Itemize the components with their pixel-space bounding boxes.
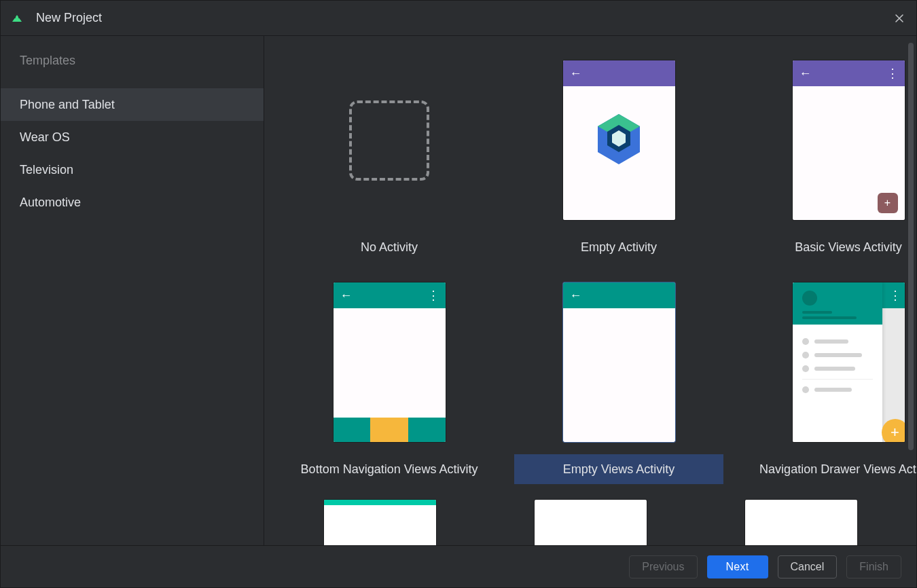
sidebar-item-label: Automotive	[20, 196, 81, 210]
next-button[interactable]: Next	[707, 555, 768, 578]
template-label: Bottom Navigation Views Activity	[301, 462, 478, 477]
svg-point-0	[14, 17, 16, 18]
close-icon	[894, 13, 905, 24]
template-empty-views-activity[interactable]: ← Empty Views Activity	[514, 272, 723, 494]
template-label: Empty Views Activity	[563, 462, 675, 477]
close-button[interactable]	[892, 11, 907, 26]
sidebar-item-television[interactable]: Television	[1, 153, 264, 186]
dialog-body: Templates Phone and Tablet Wear OS Telev…	[1, 36, 916, 545]
appbar: ←	[563, 282, 675, 308]
template-label: Empty Activity	[581, 240, 657, 255]
bottom-nav-bar	[334, 418, 446, 442]
template-empty-activity[interactable]: ← Empty Activity	[514, 50, 723, 272]
nav-drawer-thumb: ⋮	[793, 282, 905, 442]
sidebar-item-phone-and-tablet[interactable]: Phone and Tablet	[1, 88, 264, 121]
dialog-title: New Project	[36, 11, 102, 25]
appbar: ← ⋮	[334, 282, 446, 308]
template-label: No Activity	[361, 240, 418, 255]
template-thumb-partial[interactable]	[745, 500, 857, 545]
empty-activity-thumb: ←	[563, 60, 675, 220]
avatar-icon	[802, 291, 817, 306]
jetpack-compose-icon	[595, 113, 643, 168]
no-activity-thumb	[334, 60, 446, 220]
fab-icon: +	[882, 419, 905, 442]
template-bottom-navigation-views-activity[interactable]: ← ⋮ Bottom Navigation Views Activity	[285, 272, 494, 494]
drawer-panel	[793, 282, 882, 442]
titlebar: New Project	[1, 1, 916, 36]
template-no-activity[interactable]: No Activity	[285, 50, 494, 272]
overflow-menu-icon: ⋮	[427, 289, 439, 301]
sidebar-item-automotive[interactable]: Automotive	[1, 186, 264, 219]
template-label: Navigation Drawer Views Activity	[759, 462, 916, 477]
bottom-nav-thumb: ← ⋮	[334, 282, 446, 442]
empty-views-thumb: ←	[563, 282, 675, 442]
back-arrow-icon: ←	[340, 289, 353, 303]
new-project-dialog: New Project Templates Phone and Tablet W…	[0, 0, 917, 588]
templates-heading: Templates	[1, 54, 264, 88]
dialog-footer: Previous Next Cancel Finish	[1, 545, 916, 587]
appbar: ⋮	[882, 282, 905, 308]
sidebar-item-wear-os[interactable]: Wear OS	[1, 121, 264, 153]
back-arrow-icon: ←	[570, 289, 582, 303]
fab-icon: +	[878, 193, 898, 213]
dashed-placeholder-icon	[349, 100, 429, 181]
template-label: Basic Views Activity	[795, 240, 902, 255]
template-thumb-partial[interactable]	[535, 500, 647, 545]
template-navigation-drawer-views-activity[interactable]: ⋮	[744, 272, 916, 494]
sidebar-item-label: Wear OS	[20, 130, 70, 145]
appbar: ←	[563, 60, 675, 86]
basic-views-thumb: ← ⋮ +	[793, 60, 905, 220]
back-arrow-icon: ←	[799, 67, 812, 81]
sidebar-item-label: Television	[20, 163, 73, 177]
template-basic-views-activity[interactable]: ← ⋮ + Basic Views Activity	[744, 50, 916, 272]
sidebar-item-label: Phone and Tablet	[20, 98, 115, 112]
overflow-menu-icon: ⋮	[886, 67, 898, 79]
templates-sidebar: Templates Phone and Tablet Wear OS Telev…	[1, 36, 264, 545]
previous-button[interactable]: Previous	[629, 555, 697, 578]
scrollbar[interactable]	[908, 43, 914, 450]
android-studio-icon	[10, 12, 24, 25]
cancel-button[interactable]: Cancel	[778, 555, 838, 578]
finish-button[interactable]: Finish	[846, 555, 901, 578]
template-gallery: No Activity ←	[264, 36, 916, 545]
template-thumb-partial[interactable]	[324, 500, 436, 545]
appbar: ← ⋮	[793, 60, 905, 86]
overflow-menu-icon: ⋮	[889, 289, 901, 301]
back-arrow-icon: ←	[570, 67, 582, 81]
svg-point-1	[18, 17, 20, 18]
template-row-partial	[264, 500, 916, 545]
